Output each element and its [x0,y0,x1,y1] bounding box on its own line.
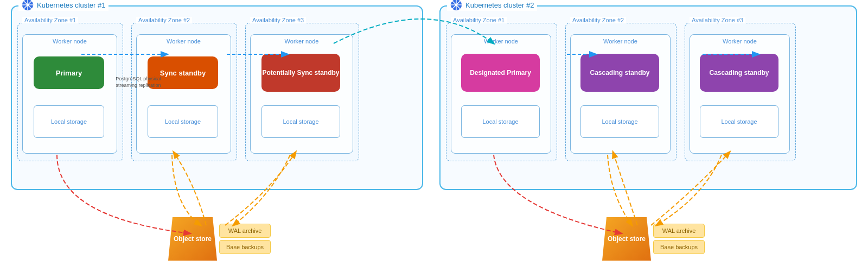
worker-node-az1-c2: Worker node Designated Primary Local sto… [451,34,551,154]
local-storage-az3-c1: Local storage [261,105,340,138]
streaming-replication-annotation: PostgreSQL physical streaming replicatio… [111,76,165,88]
base-backups-1: Base backups [219,240,271,254]
local-storage-az3-c2: Local storage [700,105,778,138]
db-cascading-1: Cascading standby [580,54,659,92]
local-storage-az2-c1: Local storage [148,105,218,138]
wal-archive-1: WAL archive [219,224,271,238]
az3-c1: Availability Zone #3 Worker node Potenti… [245,23,359,161]
worker-node-az3-c2: Worker node Cascading standby Local stor… [690,34,790,154]
local-storage-az2-c2: Local storage [580,105,659,138]
cluster1-header: Kubernetes cluster #1 [18,0,108,11]
k8s-icon-2 [450,0,462,11]
worker-label-az3-c2: Worker node [723,38,757,45]
db-designated: Designated Primary [461,54,540,92]
cluster2-header: Kubernetes cluster #2 [447,0,537,11]
local-storage-az1-c2: Local storage [461,105,540,138]
az1-c2: Availability Zone #1 Worker node Designa… [446,23,557,161]
az3-c2-label: Availability Zone #3 [690,17,745,23]
object-store-label-1: Object store [174,235,212,243]
az3-c1-label: Availability Zone #3 [250,17,306,23]
worker-label-az3-c1: Worker node [285,38,319,45]
worker-node-az2-c1: Worker node Sync standby Local storage [136,34,231,154]
k8s-cluster-1: Kubernetes cluster #1 Availability Zone … [11,5,423,190]
k8s-cluster-2: Kubernetes cluster #2 Availability Zone … [439,5,857,190]
object-store-label-2: Object store [608,235,646,243]
az1-c1-label: Availability Zone #1 [22,17,78,23]
base-backups-2: Base backups [653,240,705,254]
worker-label-az1-c2: Worker node [484,38,518,45]
az2-c1-label: Availability Zone #2 [136,17,192,23]
diagram-container: Kubernetes cluster #1 Availability Zone … [0,0,868,272]
az2-c1: Availability Zone #2 Worker node Sync st… [131,23,237,161]
k8s-icon-1 [22,0,34,11]
worker-node-az1-c1: Worker node Primary Local storage [22,34,117,154]
object-store-group-2: Object store WAL archive Base backups [602,217,705,261]
object-store-shape-1: Object store [168,217,217,261]
worker-node-az3-c1: Worker node Potentially Sync standby Loc… [250,34,353,154]
cluster2-label: Kubernetes cluster #2 [465,1,534,9]
az3-c2: Availability Zone #3 Worker node Cascadi… [685,23,796,161]
worker-node-az2-c2: Worker node Cascading standby Local stor… [570,34,671,154]
wal-stack-1: WAL archive Base backups [219,224,271,254]
object-store-group-1: Object store WAL archive Base backups [168,217,271,261]
db-cascading-2: Cascading standby [700,54,778,92]
object-store-shape-2: Object store [602,217,651,261]
db-primary: Primary [34,56,104,89]
az1-c1: Availability Zone #1 Worker node Primary… [17,23,123,161]
local-storage-az1-c1: Local storage [34,105,104,138]
az2-c2-label: Availability Zone #2 [570,17,626,23]
db-potentially-sync: Potentially Sync standby [261,54,340,92]
worker-label-az1-c1: Worker node [53,38,87,45]
az2-c2: Availability Zone #2 Worker node Cascadi… [565,23,676,161]
wal-archive-2: WAL archive [653,224,705,238]
wal-stack-2: WAL archive Base backups [653,224,705,254]
worker-label-az2-c1: Worker node [167,38,201,45]
az1-c2-label: Availability Zone #1 [451,17,507,23]
cluster1-label: Kubernetes cluster #1 [37,1,105,9]
worker-label-az2-c2: Worker node [603,38,637,45]
